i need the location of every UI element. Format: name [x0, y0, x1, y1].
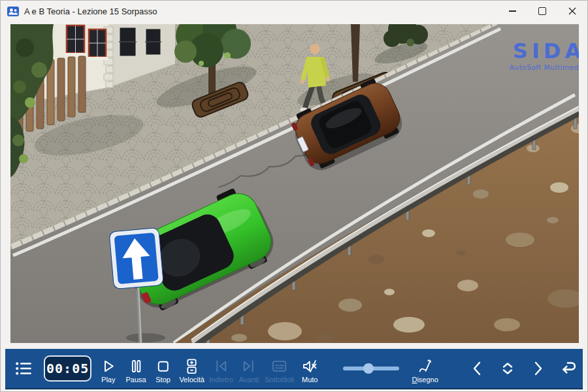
subtitles-button[interactable]: Sottotitoli — [263, 350, 297, 387]
app-people-icon — [7, 7, 19, 16]
play-button[interactable]: Play — [94, 350, 122, 387]
maximize-icon — [538, 7, 546, 15]
skip-forward-icon — [240, 357, 257, 375]
speed-icon — [183, 357, 201, 375]
minimize-button[interactable] — [497, 1, 527, 22]
stop-icon — [154, 357, 172, 375]
playlist-button[interactable] — [13, 359, 33, 378]
lesson-timer: 00:05 — [44, 355, 91, 382]
logo-tagline: AutoSoft Multimedia — [510, 63, 579, 71]
forward-button[interactable]: Avanti — [235, 350, 262, 387]
draw-button[interactable]: Disegno — [410, 350, 440, 387]
prev-lesson-button[interactable] — [468, 359, 487, 378]
lesson-list-button[interactable] — [498, 359, 517, 378]
close-icon — [568, 7, 576, 15]
speed-button[interactable]: Velocità — [176, 350, 207, 387]
scene-canvas: SIDA AutoSoft Multimedia — [10, 24, 579, 343]
volume-slider[interactable] — [343, 363, 399, 374]
minimize-icon — [509, 10, 516, 11]
title-bar: A e B Teoria - Lezione 15 Sorpasso — [1, 1, 587, 22]
media-toolbar: 00:05 Play Pausa Stop Velocità — [5, 349, 583, 389]
back-button[interactable]: Indietro — [207, 350, 235, 387]
stop-button[interactable]: Stop — [150, 350, 176, 387]
maximize-button[interactable] — [527, 1, 557, 22]
pen-icon — [416, 357, 434, 375]
lesson-scene: SIDA AutoSoft Multimedia — [10, 24, 579, 343]
next-lesson-button[interactable] — [528, 359, 547, 378]
chevron-up-down-icon — [498, 359, 517, 378]
chevron-right-icon — [528, 359, 547, 378]
play-icon — [99, 357, 117, 375]
mute-button[interactable]: Muto — [296, 350, 323, 387]
mute-icon — [301, 357, 319, 375]
exit-button[interactable] — [558, 358, 579, 379]
subtitles-icon — [270, 357, 288, 375]
list-icon — [14, 359, 33, 378]
pause-icon — [127, 357, 145, 375]
pause-button[interactable]: Pausa — [122, 350, 149, 387]
chevron-left-icon — [468, 359, 487, 378]
window-title: A e B Teoria - Lezione 15 Sorpasso — [24, 7, 157, 16]
skip-back-icon — [212, 357, 230, 375]
return-arrow-icon — [558, 358, 579, 379]
close-button[interactable] — [557, 1, 587, 22]
slider-thumb[interactable] — [363, 363, 374, 374]
logo-name: SIDA — [513, 39, 579, 63]
app-window: A e B Teoria - Lezione 15 Sorpasso — [0, 0, 588, 392]
sida-logo: SIDA AutoSoft Multimedia — [510, 39, 579, 71]
